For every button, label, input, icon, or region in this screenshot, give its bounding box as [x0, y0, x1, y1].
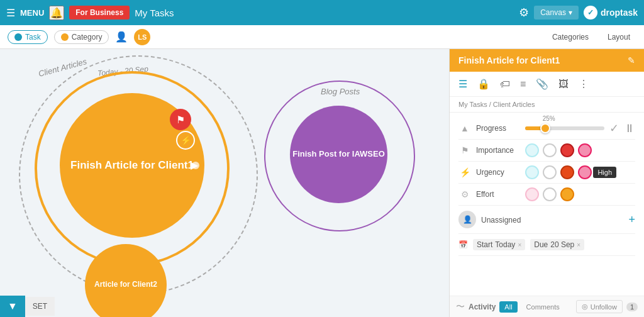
canvas-label: Canvas: [540, 8, 566, 17]
unfollow-button[interactable]: ◎ Unfollow: [576, 300, 623, 313]
panel-header: Finish Article for Client1 ✎: [450, 49, 644, 72]
blog-posts-label: Blog Posts: [321, 87, 360, 96]
main-area: Client Articles Today - 20 Sep Finish Ar…: [0, 49, 644, 317]
urgency-tooltip: High: [593, 167, 616, 178]
lock-tool-button[interactable]: 🔒: [475, 75, 492, 92]
filter-button[interactable]: ▼: [0, 296, 25, 317]
more-tool-button[interactable]: ⋮: [576, 75, 591, 92]
categories-button[interactable]: Categories: [546, 30, 595, 44]
activity-bar: 〜 Activity All Comments ◎ Unfollow 1: [450, 296, 644, 317]
panel-title: Finish Article for Client1: [458, 55, 623, 65]
activity-label: Activity: [469, 303, 496, 311]
gear-icon[interactable]: ⚙: [519, 6, 529, 19]
start-date-tag: Start Today ×: [473, 239, 525, 250]
urgency-color-3[interactable]: [560, 165, 574, 179]
layout-button[interactable]: Layout: [601, 30, 636, 44]
set-button[interactable]: SET: [25, 297, 55, 316]
finish-post-text: Finish Post for IAWSEO: [292, 148, 385, 160]
importance-colors: [525, 143, 592, 157]
importance-color-2[interactable]: [543, 143, 557, 157]
urgency-color-4[interactable]: [578, 165, 592, 179]
finish-post-circle[interactable]: Finish Post for IAWSEO: [290, 106, 387, 203]
importance-icon: ⚑: [458, 145, 471, 155]
progress-label: Progress: [476, 124, 520, 133]
droptask-logo: ✓ droptask: [584, 6, 638, 19]
category-label: Category: [72, 33, 103, 42]
bottom-bar: ▼ SET: [0, 296, 55, 317]
tag-tool-button[interactable]: 🏷: [497, 76, 513, 92]
progress-value: 25%: [543, 115, 555, 122]
start-value: Today: [495, 240, 515, 249]
bell-icon[interactable]: 🔔: [49, 6, 64, 20]
importance-row: ⚑ Importance: [458, 140, 635, 162]
task-dot: [14, 33, 22, 41]
main-task-text: Finish Article for Client1: [70, 158, 194, 172]
progress-icon: ▲: [458, 123, 471, 133]
effort-color-3[interactable]: [560, 187, 574, 201]
due-date-tag: Due 20 Sep ×: [530, 239, 584, 250]
category-dot: [61, 33, 69, 41]
date-row: 📅 Start Today × Due 20 Sep ×: [458, 234, 635, 256]
effort-colors: [525, 187, 574, 201]
hamburger-icon: ☰: [6, 7, 15, 19]
panel-breadcrumb: My Tasks / Client Articles: [450, 97, 644, 113]
effort-color-1[interactable]: [525, 187, 539, 201]
canvas-area: Client Articles Today - 20 Sep Finish Ar…: [0, 49, 449, 317]
panel-edit-icon[interactable]: ✎: [628, 55, 635, 65]
urgency-row: ⚡ Urgency High: [458, 162, 635, 184]
start-label: Start: [477, 240, 492, 249]
progress-check-button[interactable]: ✓: [609, 121, 619, 135]
person-icon: 👤: [463, 215, 472, 224]
menu-label[interactable]: MENU: [20, 8, 44, 18]
importance-color-3[interactable]: [560, 143, 574, 157]
effort-row: ⚙ Effort: [458, 184, 635, 206]
task-label: Task: [25, 33, 41, 42]
all-tab[interactable]: All: [499, 301, 517, 313]
rss-icon: ◎: [582, 303, 588, 311]
client2-text: Article for Client2: [94, 280, 157, 290]
due-date-close[interactable]: ×: [577, 242, 580, 248]
urgency-icon: ⚡: [458, 167, 471, 177]
urgency-colors: [525, 165, 592, 179]
play-icon[interactable]: ▶: [191, 159, 198, 171]
activity-icon: 〜: [456, 301, 465, 313]
for-business-button[interactable]: For Business: [69, 6, 130, 19]
canvas-button[interactable]: Canvas ▾: [534, 6, 579, 19]
assignee-info: Unassigned: [481, 214, 623, 225]
list2-tool-button[interactable]: ≡: [518, 76, 528, 92]
importance-color-1[interactable]: [525, 143, 539, 157]
bolt-icon[interactable]: ⚡: [176, 131, 195, 150]
image-tool-button[interactable]: 🖼: [556, 76, 571, 92]
task-button[interactable]: Task: [8, 30, 48, 44]
attachment-tool-button[interactable]: 📎: [533, 75, 551, 92]
droptask-label: droptask: [601, 8, 638, 18]
assignee-name: Unassigned: [481, 216, 521, 225]
progress-row: ▲ Progress 25% ✓ ⏸: [458, 118, 635, 140]
add-assignee-button[interactable]: +: [628, 213, 635, 226]
chevron-down-icon: ▾: [569, 8, 572, 17]
progress-track[interactable]: 25%: [525, 126, 604, 130]
assignee-row: 👤 Unassigned +: [458, 206, 635, 234]
list-tool-button[interactable]: ☰: [456, 75, 470, 92]
urgency-color-2[interactable]: [543, 165, 557, 179]
comments-tab[interactable]: Comments: [521, 301, 565, 313]
progress-bar-container: 25%: [525, 126, 604, 130]
urgency-color-1[interactable]: [525, 165, 539, 179]
start-date-close[interactable]: ×: [518, 242, 521, 248]
importance-label: Importance: [476, 146, 520, 155]
due-value: 20 Sep: [550, 240, 574, 249]
importance-color-4[interactable]: [578, 143, 592, 157]
panel-toolbar: ☰ 🔒 🏷 ≡ 📎 🖼 ⋮: [450, 72, 644, 97]
assignee-avatar: 👤: [458, 211, 476, 228]
second-toolbar: Task Category 👤 LS Categories Layout: [0, 25, 644, 49]
user-avatar[interactable]: LS: [134, 29, 150, 45]
flag-icon[interactable]: ⚑: [170, 109, 191, 130]
effort-color-2[interactable]: [543, 187, 557, 201]
calendar-icon: 📅: [458, 240, 468, 249]
progress-pause-button[interactable]: ⏸: [624, 122, 635, 135]
follower-count: 1: [626, 303, 638, 311]
progress-thumb[interactable]: [540, 123, 550, 133]
urgency-label: Urgency: [476, 168, 520, 177]
person-icon[interactable]: 👤: [115, 31, 128, 43]
category-button[interactable]: Category: [54, 30, 109, 44]
